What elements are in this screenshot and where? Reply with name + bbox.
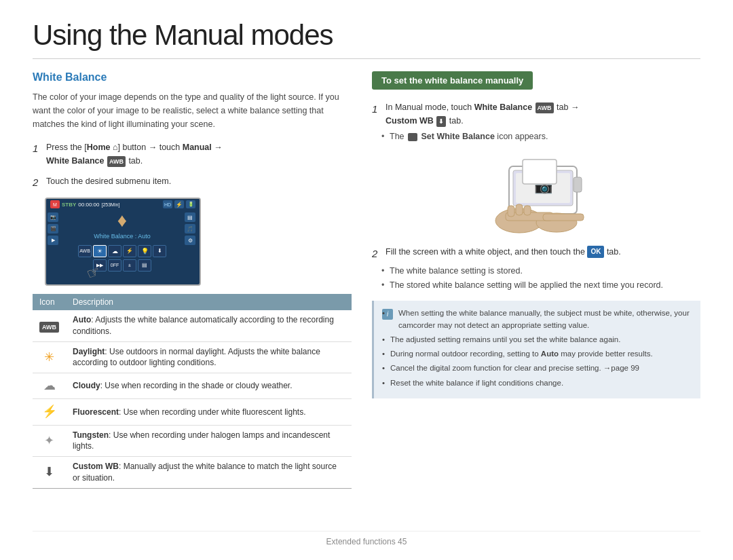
cam-wb-icon-custom: ⬇ [153, 245, 166, 257]
left-column: White Balance The color of your image de… [33, 71, 352, 531]
cam-wb-label: White Balance : Auto [94, 233, 151, 240]
right-step-2-bullet-2: The stored white balance setting will be… [381, 279, 700, 292]
cam-body: 📷 🎬 ▶ ♦ White Balance : Auto AWB ☀ ☁ ⚡ [46, 210, 200, 271]
cam-wb-icon-awb: AWB [78, 245, 92, 257]
cam-left-icon-2: 🎬 [48, 224, 58, 234]
right-step-1: 1 In Manual mode, touch White Balance AW… [372, 100, 700, 143]
cam-row2-icon-3: ± [123, 259, 136, 272]
table-icon-cloud: ☁ [33, 373, 66, 399]
custom-icon: ⬇ [44, 465, 54, 479]
note-item-5: Reset the white balance if light conditi… [382, 377, 692, 389]
svg-rect-10 [516, 204, 523, 215]
cam-row2-icon-2: 0FF [108, 259, 121, 272]
table-row: ⬇ Custom WB: Manually adjust the white b… [33, 457, 352, 489]
cam-icon-1: HD [163, 200, 172, 208]
note-item-4: Cancel the digital zoom function for cle… [382, 362, 692, 374]
custom-wb-inline-icon: ⬇ [436, 116, 446, 127]
table-col-desc: Description [66, 294, 352, 310]
cam-time: 00:00:00 [78, 202, 99, 208]
cam-mode-box: M [50, 200, 60, 208]
cam-wb-icon-cloud: ☁ [108, 245, 121, 257]
auto-icon: AWB [39, 322, 59, 333]
right-step-1-header: 1 In Manual mode, touch White Balance AW… [372, 100, 700, 128]
table-icon-auto: AWB [33, 310, 66, 341]
table-desc-fluor: Fluorescent: Use when recording under wh… [66, 399, 352, 425]
note-item-3: During normal outdoor recording, setting… [382, 348, 692, 360]
right-step-2-text: Fill the screen with a white object, and… [386, 245, 621, 259]
table-icon-tungsten: ✦ [33, 425, 66, 457]
svg-rect-4 [574, 177, 582, 192]
table-icon-fluor: ⚡ [33, 399, 66, 425]
cam-top-icons: HD ⚡ 🔋 [163, 200, 195, 208]
section-title: White Balance [33, 71, 352, 83]
table-desc-custom: Custom WB: Manually adjust the white bal… [66, 457, 352, 489]
table-desc-auto: Auto: Adjusts the white balance automati… [66, 310, 352, 341]
step-2: 2 Touch the desired submenu item. [33, 174, 352, 191]
content-columns: White Balance The color of your image de… [33, 71, 700, 531]
page-footer: Extended functions 45 [33, 531, 700, 546]
green-header: To set the white balance manually [372, 71, 533, 90]
table-desc-daylight: Daylight: Use outdoors in normal dayligh… [66, 341, 352, 373]
cam-top-bar: M STBY 00:00:00 [253Min] HD ⚡ 🔋 [46, 199, 200, 210]
step-2-num: 2 [33, 174, 42, 191]
cam-right-icon-3: ⚙ [185, 236, 195, 245]
table-col-icon: Icon [33, 294, 66, 310]
right-step-2-bullets: The white balance setting is stored. The… [372, 265, 700, 292]
cam-left-icon-1: 📷 [48, 212, 58, 222]
right-step-1-bullets: The Set White Balance icon appears. [372, 130, 700, 143]
cam-stby: STBY [62, 202, 76, 208]
wb-inline-icon: AWB [535, 102, 554, 113]
note-item-2: The adjusted setting remains until you s… [382, 334, 692, 346]
cam-subject: ♦ [117, 210, 127, 231]
note-item-1: When setting the white balance manually,… [382, 307, 692, 331]
cam-row2-icon-4: ▤ [138, 259, 151, 272]
camera-screen: M STBY 00:00:00 [253Min] HD ⚡ 🔋 📷 [45, 198, 201, 286]
note-box: i When setting the white balance manuall… [372, 301, 700, 398]
cam-right-icons: ▤ 🎵 ⚙ [183, 210, 200, 271]
table-row: ☁ Cloudy: Use when recording in the shad… [33, 373, 352, 399]
right-step-1-num: 1 [372, 101, 381, 117]
step-1-content: Press the [Home ⌂] button → touch Manual… [46, 141, 352, 168]
table-row: AWB Auto: Adjusts the white balance auto… [33, 310, 352, 341]
right-step-2-header: 2 Fill the screen with a white object, a… [372, 245, 700, 262]
note-list: When setting the white balance manually,… [382, 307, 692, 389]
cloud-icon: ☁ [43, 379, 56, 392]
table-row: ✦ Tungsten: Use when recording under hal… [33, 425, 352, 457]
cam-right-icon-2: 🎵 [185, 224, 195, 234]
table-icon-custom: ⬇ [33, 457, 66, 489]
step-1-num: 1 [33, 141, 42, 157]
fluor-icon: ⚡ [42, 405, 57, 418]
right-step-1-text: In Manual mode, touch White Balance AWB … [386, 100, 579, 128]
right-step-2-num: 2 [372, 246, 381, 262]
wb-table: Icon Description AWB Auto: Adjusts the w… [33, 294, 352, 489]
camera-hand-svg: 📷 [468, 153, 604, 241]
svg-rect-11 [524, 206, 531, 215]
cam-wb-icon-fluor: ⚡ [123, 245, 136, 257]
cam-mode-icon: M STBY 00:00:00 [253Min] [50, 200, 119, 208]
svg-rect-8 [543, 214, 584, 221]
step-2-content: Touch the desired submenu item. [46, 174, 352, 188]
cam-left-icon-3: ▶ [48, 236, 58, 245]
wb-icon-inline: AWB [107, 156, 126, 167]
cam-wb-icon-bulb: 💡 [138, 245, 151, 257]
right-column: To set the white balance manually 1 In M… [372, 71, 700, 531]
step-1: 1 Press the [Home ⌂] button → touch Manu… [33, 141, 352, 168]
cam-icon-2: ⚡ [174, 200, 184, 208]
cam-row2-icons: ▶▶ 0FF ± ▤ [93, 259, 151, 272]
right-step-2: 2 Fill the screen with a white object, a… [372, 245, 700, 292]
right-step-1-bullet-1: The Set White Balance icon appears. [381, 130, 700, 143]
set-wb-icon [408, 133, 417, 141]
cam-right-icon-1: ▤ [185, 212, 195, 222]
table-row: ⚡ Fluorescent: Use when recording under … [33, 399, 352, 425]
cam-min: [253Min] [101, 202, 119, 207]
table-desc-cloudy: Cloudy: Use when recording in the shade … [66, 373, 352, 399]
cam-icon-3: 🔋 [186, 200, 195, 208]
intro-text: The color of your image depends on the t… [33, 90, 352, 131]
page: Using the Manual modes White Balance The… [0, 0, 733, 560]
cam-main-area: ♦ White Balance : Auto AWB ☀ ☁ ⚡ 💡 ⬇ ▶▶ [61, 210, 183, 271]
cam-bottom-icons: AWB ☀ ☁ ⚡ 💡 ⬇ [78, 245, 166, 257]
table-icon-sun: ✳ [33, 341, 66, 373]
table-desc-tungsten: Tungsten: Use when recording under halog… [66, 425, 352, 457]
cam-left-icons: 📷 🎬 ▶ [46, 210, 61, 271]
cam-wb-icon-sun: ☀ [93, 245, 107, 257]
